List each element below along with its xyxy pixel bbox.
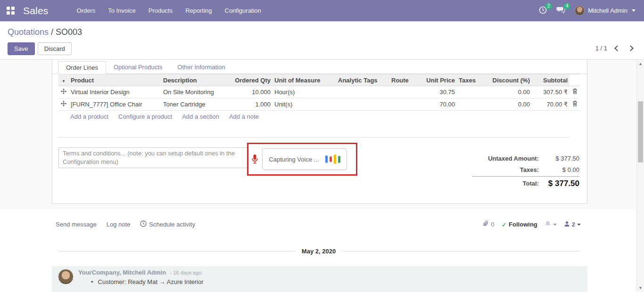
pager-prev-icon[interactable] [614, 45, 620, 51]
total-value: $ 377.50 [539, 177, 579, 191]
drag-handle-icon[interactable] [61, 86, 66, 98]
paperclip-icon [483, 220, 489, 228]
delete-row-icon[interactable] [572, 86, 578, 98]
header-unit-price[interactable]: Unit Price [419, 74, 457, 86]
header-discount[interactable]: Discount (%) [486, 74, 532, 86]
scroll-up-icon[interactable]: ▲ [637, 62, 644, 66]
add-product-link[interactable]: Add a product [70, 111, 108, 123]
taxes-label: Taxes: [472, 164, 539, 176]
message-item: YourCompany, Mitchell Admin - 16 days ag… [52, 266, 587, 292]
cell-route[interactable] [389, 98, 419, 110]
cell-unit-price[interactable]: 70.00 [419, 98, 457, 110]
section-divider [58, 137, 570, 138]
header-description[interactable]: Description [161, 74, 231, 86]
header-route[interactable]: Route [389, 74, 419, 86]
following-label: Following [509, 221, 537, 228]
user-menu[interactable]: Mitchell Admin [575, 6, 636, 16]
person-icon [564, 221, 570, 228]
cell-route[interactable] [389, 86, 419, 98]
scrollbar-thumb[interactable] [638, 101, 643, 162]
discard-button[interactable]: Discard [38, 42, 72, 55]
totals-panel: Untaxed Amount: $ 377.50 Taxes: $ 0.00 T… [472, 153, 579, 191]
nav-right: 2 4 Mitchell Admin [539, 6, 644, 16]
breadcrumb-current: SO003 [56, 27, 82, 37]
cell-description[interactable]: Toner Cartridge [161, 98, 231, 110]
pager-next-icon[interactable] [627, 45, 634, 51]
message-author[interactable]: YourCompany, Mitchell Admin [78, 269, 166, 276]
nav-menu: Orders To Invoice Products Reporting Con… [77, 7, 261, 14]
app-name[interactable]: Sales [23, 5, 49, 16]
activities-button[interactable]: 2 [539, 6, 547, 16]
cell-qty[interactable]: 1.000 [231, 98, 272, 110]
user-avatar [575, 6, 585, 16]
breadcrumb: Quotations / SO003 [8, 27, 82, 37]
header-product[interactable]: Product [69, 74, 161, 86]
cell-taxes[interactable] [457, 86, 486, 98]
nav-item-to-invoice[interactable]: To Invoice [108, 7, 136, 14]
cell-description[interactable]: On Site Monitoring [161, 86, 231, 98]
table-row[interactable]: Virtual Interior Design On Site Monitori… [58, 86, 580, 98]
form-sheet: Order Lines Optional Products Other Info… [52, 60, 587, 204]
log-note-button[interactable]: Log note [107, 220, 131, 228]
cell-uom[interactable]: Hour(s) [272, 86, 336, 98]
chatter-meta: 0 ✓ Following 2 [483, 220, 581, 228]
chatter-actions: Send message Log note Schedule activity [56, 220, 195, 228]
followers-button[interactable]: 2 [564, 221, 581, 228]
save-button[interactable]: Save [8, 42, 35, 55]
delete-row-icon[interactable] [572, 98, 578, 110]
header-unit-of-measure[interactable]: Unit of Measure [272, 74, 336, 86]
tab-other-information[interactable]: Other Information [170, 61, 232, 73]
cell-subtotal[interactable]: 307.50 ₹ [532, 86, 570, 98]
following-toggle[interactable]: ✓ Following [501, 221, 537, 228]
subscription-bell-button[interactable] [545, 220, 557, 228]
breadcrumb-quotations[interactable]: Quotations [8, 27, 49, 37]
attachments-button[interactable]: 0 [483, 220, 494, 228]
apps-menu-icon[interactable] [7, 7, 15, 15]
header-subtotal[interactable]: Subtotal [532, 74, 570, 86]
microphone-icon [251, 154, 258, 164]
nav-item-orders[interactable]: Orders [77, 7, 96, 14]
cell-unit-price[interactable]: 30.75 [419, 86, 457, 98]
cell-product[interactable]: Virtual Interior Design [69, 86, 161, 98]
voice-capture-overlay: Capturing Voice ... [247, 143, 357, 176]
nav-item-reporting[interactable]: Reporting [185, 7, 212, 14]
message-timestamp: - 16 days ago [170, 270, 202, 276]
cell-discount[interactable]: 0.00 [486, 98, 532, 110]
schedule-activity-button[interactable]: Schedule activity [140, 220, 195, 228]
messages-badge: 4 [563, 3, 570, 9]
nav-item-configuration[interactable]: Configuration [225, 7, 261, 14]
chevron-down-icon [577, 224, 581, 226]
add-section-link[interactable]: Add a section [182, 111, 219, 123]
cell-analytic-tags[interactable] [336, 86, 389, 98]
messages-button[interactable]: 4 [556, 6, 565, 15]
sort-caret-icon[interactable]: ▼ [62, 79, 66, 83]
scroll-down-icon[interactable]: ▼ [637, 286, 644, 290]
header-ordered-qty[interactable]: Ordered Qty [231, 74, 272, 86]
add-note-link[interactable]: Add a note [229, 111, 259, 123]
drag-handle-icon[interactable] [61, 98, 66, 110]
follower-count: 2 [572, 221, 575, 228]
table-row[interactable]: [FURN_7777] Office Chair Toner Cartridge… [58, 98, 580, 111]
terms-and-conditions-input[interactable] [58, 147, 248, 168]
header-taxes[interactable]: Taxes [457, 74, 486, 86]
message-body: •Customer: Ready Mat → Azure Interior [78, 278, 204, 285]
cell-analytic-tags[interactable] [336, 98, 389, 110]
order-lines-table: ▼ Product Description Ordered Qty Unit o… [58, 74, 580, 123]
content-area: Order Lines Optional Products Other Info… [0, 60, 644, 292]
cell-discount[interactable]: 0.00 [486, 86, 532, 98]
vertical-scrollbar[interactable]: ▲ ▼ [636, 60, 644, 292]
cell-taxes[interactable] [457, 98, 486, 110]
cell-uom[interactable]: Unit(s) [272, 98, 336, 110]
nav-item-products[interactable]: Products [149, 7, 173, 14]
date-divider: May 2, 2020 [58, 248, 579, 255]
message-avatar[interactable] [58, 269, 74, 284]
configure-product-link[interactable]: Configure a product [118, 111, 172, 123]
clock-icon [140, 220, 147, 228]
tab-optional-products[interactable]: Optional Products [106, 61, 170, 73]
header-analytic-tags[interactable]: Analytic Tags [336, 74, 389, 86]
cell-qty[interactable]: 10.000 [231, 86, 272, 98]
cell-product[interactable]: [FURN_7777] Office Chair [69, 98, 161, 110]
tab-order-lines[interactable]: Order Lines [58, 61, 106, 74]
send-message-button[interactable]: Send message [56, 220, 97, 228]
cell-subtotal[interactable]: 70.00 ₹ [532, 98, 570, 110]
